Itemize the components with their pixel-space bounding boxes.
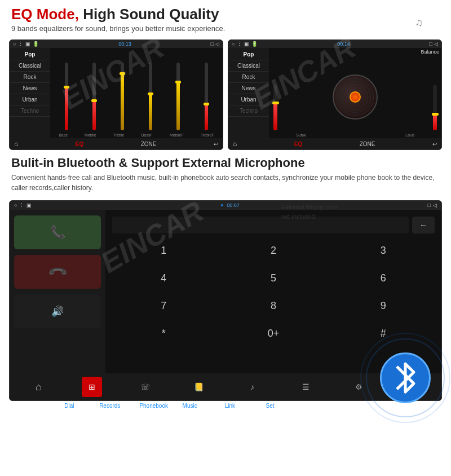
phone-status-bar: ○ ⋮ ▣ ✦ 00:07 □ ◁ xyxy=(10,201,441,210)
eq-left-zone-label: ZONE xyxy=(141,141,157,147)
balance-visual: SubwLoud xyxy=(269,56,441,138)
phone-left-buttons: 📞 📞 🔊 xyxy=(10,210,105,373)
eq-slider-treble[interactable] xyxy=(121,57,124,130)
eq-right-time: 00:14 xyxy=(337,41,350,47)
eq-item-pop-right[interactable]: Pop xyxy=(228,49,269,60)
volume-icon: 🔊 xyxy=(51,305,64,318)
nav-dial-button[interactable]: ⊞ xyxy=(82,377,102,397)
eq-item-techno-left[interactable]: Techno xyxy=(10,105,50,117)
eq-slider-bass[interactable] xyxy=(65,57,68,130)
ext-mic-note: External Microphonenot included. xyxy=(281,202,338,221)
eq-left-list: Pop Classical Rock News Urban Techno xyxy=(10,48,50,138)
phone-area: ○ ⋮ ▣ ✦ 00:07 □ ◁ 📞 📞 xyxy=(0,200,451,409)
eq-item-techno-right[interactable]: Techno xyxy=(228,105,269,117)
eq-bars-left: BassMiddleTrebleBassFMiddleFTrebleF xyxy=(50,48,223,138)
nav-phonebook-button[interactable]: 📒 xyxy=(189,377,209,397)
dial-key-5[interactable]: 5 xyxy=(220,266,328,291)
dial-key-6[interactable]: 6 xyxy=(329,266,437,291)
nav-link-button[interactable]: ☰ xyxy=(295,377,316,397)
eq-section: EQ Mode, High Sound Quality 9 bands equa… xyxy=(0,0,451,37)
balance-label: Balance xyxy=(269,48,441,56)
eq-item-news-right[interactable]: News xyxy=(228,83,269,94)
dialpad-display xyxy=(112,217,409,233)
eq-item-classical-right[interactable]: Classical xyxy=(228,60,269,72)
answer-icon: 📞 xyxy=(50,225,65,240)
bt-description: Convenient hands-free call and Bluetooth… xyxy=(11,173,440,193)
eq-item-urban-right[interactable]: Urban xyxy=(228,94,269,105)
dialpad-top: ← xyxy=(105,214,441,238)
phone-time: 00:07 xyxy=(227,202,240,208)
eq-left-bottom: ⌂ EQ ZONE ↩ xyxy=(10,138,223,149)
eq-right-eq-label: EQ xyxy=(294,141,302,147)
dial-key-2[interactable]: 2 xyxy=(220,238,328,263)
eq-right-back-icon[interactable]: ↩ xyxy=(432,141,437,147)
eq-screen-right: ○ ⋮ ▣ 🔋 00:14 □ ◁ Pop Classical Rock New… xyxy=(228,39,442,150)
nav-label-link: Link xyxy=(220,403,240,409)
dial-key-9[interactable]: 9 xyxy=(329,293,437,319)
eq-item-news-left[interactable]: News xyxy=(10,83,50,94)
eq-item-urban-left[interactable]: Urban xyxy=(10,94,50,105)
dial-key-7[interactable]: 7 xyxy=(110,293,218,319)
bt-section: Bulit-in Bluetooth & Support External Mi… xyxy=(0,150,451,200)
backspace-icon: ← xyxy=(419,221,427,230)
nav-label-dial: Dial xyxy=(59,403,79,409)
dialpad-grid: 1 2 3 4 5 6 7 8 9 * 0+ # xyxy=(105,238,441,346)
dial-key-3[interactable]: 3 xyxy=(329,238,437,263)
eq-bar-labels-left: BassMiddleTrebleBassFMiddleFTrebleF xyxy=(50,133,223,137)
eq-left-eq-label: EQ xyxy=(76,141,83,147)
dial-key-0[interactable]: 0+ xyxy=(220,321,328,346)
eq-title-prefix: EQ Mode, xyxy=(11,6,83,23)
eq-right-bar-labels: SubwLoud xyxy=(269,133,441,137)
eq-balance-area: Balance xyxy=(269,48,441,138)
backspace-button[interactable]: ← xyxy=(412,217,435,233)
nav-music-button[interactable]: ♪ xyxy=(242,377,262,397)
eq-right-bottom: ⌂ EQ ZONE ↩ xyxy=(228,138,441,149)
speaker-visual xyxy=(333,74,378,120)
eq-right-home-icon[interactable]: ⌂ xyxy=(233,140,237,148)
eq-description: 9 bands equalizers for sound, brings you… xyxy=(11,24,440,33)
eq-left-body: Pop Classical Rock News Urban Techno xyxy=(10,48,223,138)
eq-screens-row: ○ ⋮ ▣ 🔋 00:13 □ ◁ Pop Classical Rock New… xyxy=(0,39,451,150)
dial-key-star[interactable]: * xyxy=(110,321,218,346)
nav-label-records: Records xyxy=(99,403,120,409)
eq-item-pop-left[interactable]: Pop xyxy=(10,49,50,60)
dial-key-4[interactable]: 4 xyxy=(110,266,218,291)
eq-right-status-bar: ○ ⋮ ▣ 🔋 00:14 □ ◁ xyxy=(228,40,441,48)
eq-screen-left: ○ ⋮ ▣ 🔋 00:13 □ ◁ Pop Classical Rock New… xyxy=(9,39,223,150)
eq-slider-bassf[interactable] xyxy=(149,57,152,130)
eq-right-zone-label: ZONE xyxy=(360,141,375,147)
eq-right-list: Pop Classical Rock News Urban Techno xyxy=(228,48,269,138)
eq-sliders-left xyxy=(50,57,223,130)
eq-item-classical-left[interactable]: Classical xyxy=(10,60,50,72)
nav-label-music: Music xyxy=(180,403,200,409)
eq-slider-middle[interactable] xyxy=(92,57,96,130)
nav-labels-row: Dial Records Phonebook Music Link Set xyxy=(9,402,330,409)
nav-home-button[interactable]: ⌂ xyxy=(28,377,48,397)
dial-key-1[interactable]: 1 xyxy=(110,238,218,263)
bt-status-icon: ✦ xyxy=(220,202,224,208)
nav-records-button[interactable]: ☏ xyxy=(135,377,156,397)
answer-button[interactable]: 📞 xyxy=(14,215,101,249)
nav-label-set: Set xyxy=(260,403,280,409)
volume-button[interactable]: 🔊 xyxy=(14,294,101,328)
eq-left-home-icon[interactable]: ⌂ xyxy=(14,140,18,148)
bt-title: Bulit-in Bluetooth & Support External Mi… xyxy=(11,156,440,170)
music-note-icon: ♫ xyxy=(415,17,423,29)
dial-key-8[interactable]: 8 xyxy=(220,293,328,319)
eq-slider-middlef[interactable] xyxy=(176,57,180,130)
hangup-icon: 📞 xyxy=(47,261,68,282)
hangup-button[interactable]: 📞 xyxy=(14,255,101,289)
eq-left-status-bar: ○ ⋮ ▣ 🔋 00:13 □ ◁ xyxy=(10,40,223,48)
nav-label-phonebook: Phonebook xyxy=(139,403,160,409)
eq-item-rock-right[interactable]: Rock xyxy=(228,72,269,83)
eq-left-time: 00:13 xyxy=(118,41,131,47)
eq-right-body: Pop Classical Rock News Urban Techno Bal… xyxy=(228,48,441,138)
eq-item-rock-left[interactable]: Rock xyxy=(10,72,50,83)
bt-logo-area xyxy=(369,341,442,415)
eq-title: EQ Mode, High Sound Quality xyxy=(11,6,440,23)
eq-slider-treblef[interactable] xyxy=(205,57,208,130)
bt-inner-ring xyxy=(366,338,445,417)
eq-left-back-icon[interactable]: ↩ xyxy=(214,141,218,147)
